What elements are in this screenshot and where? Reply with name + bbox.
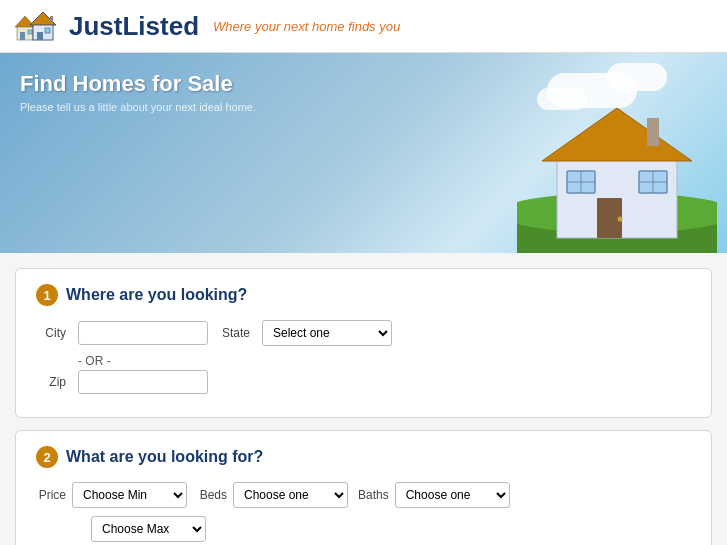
price-beds-baths-row: Price Choose Min $50,000$100,000$150,000… [36, 482, 691, 508]
svg-rect-7 [45, 28, 50, 33]
city-label: City [36, 326, 66, 340]
state-select[interactable]: Select one AlabamaAlaskaArizona Californ… [262, 320, 392, 346]
hero-content: Find Homes for Sale Please tell us a lit… [0, 53, 727, 131]
tagline: Where your next home finds you [213, 19, 400, 34]
logo-text: JustListed [69, 11, 199, 42]
zip-input[interactable] [78, 370, 208, 394]
section2-header: 2 What are you looking for? [36, 446, 691, 468]
header: JustListed Where your next home finds yo… [0, 0, 727, 53]
beds-select[interactable]: Choose one 1+2+3+4+5+ [233, 482, 348, 508]
section1-title: Where are you looking? [66, 286, 247, 304]
beds-group: Beds Choose one 1+2+3+4+5+ [197, 482, 348, 508]
section2-number: 2 [36, 446, 58, 468]
svg-rect-6 [37, 32, 43, 40]
baths-group: Baths Choose one 1+2+3+4+ [358, 482, 510, 508]
price-max-select[interactable]: Choose Max $100,000$200,000$300,000 $500… [91, 516, 206, 542]
price-max-row: Choose Max $100,000$200,000$300,000 $500… [36, 516, 691, 542]
hero-subtitle: Please tell us a little about your next … [20, 101, 707, 113]
section2-card: 2 What are you looking for? Price Choose… [15, 430, 712, 545]
baths-select[interactable]: Choose one 1+2+3+4+ [395, 482, 510, 508]
section1-number: 1 [36, 284, 58, 306]
state-label: State [220, 326, 250, 340]
beds-label: Beds [197, 488, 227, 502]
svg-rect-2 [20, 32, 25, 40]
section1-card: 1 Where are you looking? City State Sele… [15, 268, 712, 418]
main-content: 1 Where are you looking? City State Sele… [0, 253, 727, 545]
price-group: Price Choose Min $50,000$100,000$150,000… [36, 482, 187, 508]
zip-label: Zip [36, 375, 66, 389]
logo-area: JustListed [15, 8, 199, 44]
hero-title: Find Homes for Sale [20, 71, 707, 97]
price-label: Price [36, 488, 66, 502]
svg-point-15 [618, 217, 623, 222]
section2-title: What are you looking for? [66, 448, 263, 466]
section1-header: 1 Where are you looking? [36, 284, 691, 306]
or-divider: - OR - [78, 354, 691, 368]
baths-label: Baths [358, 488, 389, 502]
logo-icon [15, 8, 63, 44]
svg-rect-8 [50, 16, 53, 22]
city-row: City State Select one AlabamaAlaskaArizo… [36, 320, 691, 346]
svg-rect-3 [28, 30, 32, 34]
zip-row: Zip [36, 370, 691, 394]
hero-section: Find Homes for Sale Please tell us a lit… [0, 53, 727, 253]
price-min-select[interactable]: Choose Min $50,000$100,000$150,000 $200,… [72, 482, 187, 508]
city-input[interactable] [78, 321, 208, 345]
